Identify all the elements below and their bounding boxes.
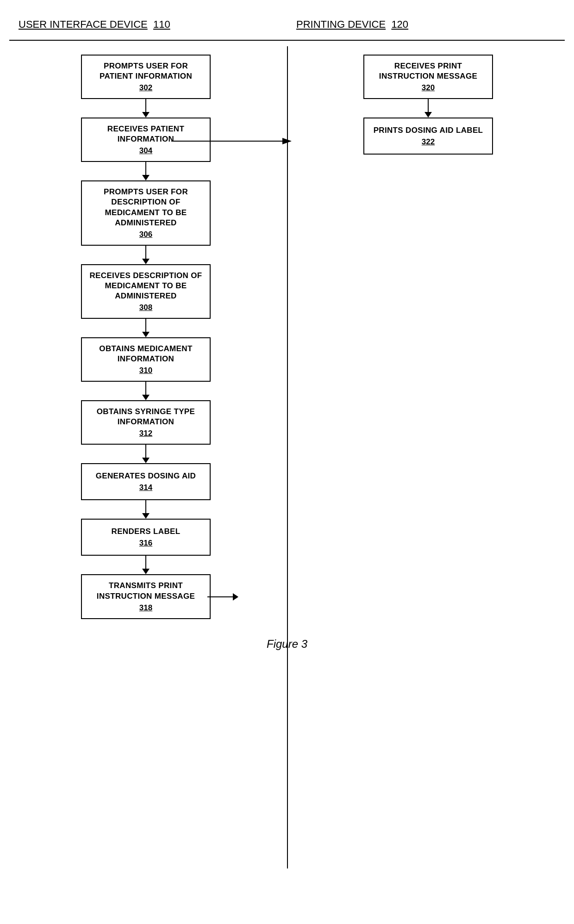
box-304: RECEIVES PATIENT INFORMATION 304 — [81, 118, 211, 162]
arrow-1-line — [145, 99, 146, 112]
box-320-ref: 320 — [422, 83, 435, 93]
box-310: OBTAINS MEDICAMENT INFORMATION 310 — [81, 337, 211, 382]
horizontal-divider — [9, 40, 565, 41]
arrow-right-1-head — [424, 112, 432, 118]
box-312-text: OBTAINS SYRINGE TYPE INFORMATION — [89, 407, 202, 427]
arrow-7 — [142, 500, 150, 519]
box-310-ref: 310 — [139, 366, 152, 375]
arrow-1-head — [142, 112, 150, 118]
box-322-ref: 322 — [422, 137, 435, 147]
arrow-right-1-line — [428, 99, 429, 112]
box-314-ref: 314 — [139, 483, 152, 492]
right-device-ref: 120 — [391, 19, 408, 30]
arrow-6 — [142, 445, 150, 463]
box-314: GENERATES DOSING AID 314 — [81, 463, 211, 500]
box-320-text: RECEIVES PRINT INSTRUCTION MESSAGE — [372, 61, 485, 81]
arrow-3-line — [145, 246, 146, 259]
box-306: PROMPTS USER FOR DESCRIPTION OF MEDICAME… — [81, 180, 211, 245]
diagram-container: USER INTERFACE DEVICE 110 PRINTING DEVIC… — [0, 0, 574, 924]
box-312: OBTAINS SYRINGE TYPE INFORMATION 312 — [81, 400, 211, 445]
box-312-ref: 312 — [139, 429, 152, 438]
arrow-4 — [142, 319, 150, 337]
box-308: RECEIVES DESCRIPTION OF MEDICAMENT TO BE… — [81, 264, 211, 319]
box-316: RENDERS LABEL 316 — [81, 519, 211, 556]
left-device-label: USER INTERFACE DEVICE — [19, 19, 148, 30]
h-arrow-head — [233, 593, 238, 601]
box-302-ref: 302 — [139, 83, 152, 93]
box-318: TRANSMITS PRINT INSTRUCTION MESSAGE 318 — [81, 574, 211, 619]
arrow-3-head — [142, 259, 150, 264]
arrow-5 — [142, 382, 150, 400]
box-322: PRINTS DOSING AID LABEL 322 — [363, 118, 493, 155]
arrow-1 — [142, 99, 150, 118]
box-302: PROMPTS USER FOR PATIENT INFORMATION 302 — [81, 55, 211, 99]
arrow-2-line — [145, 162, 146, 175]
box-304-text: RECEIVES PATIENT INFORMATION — [89, 124, 202, 144]
columns-header: USER INTERFACE DEVICE 110 PRINTING DEVIC… — [9, 14, 565, 35]
box-304-ref: 304 — [139, 146, 152, 155]
arrow-4-head — [142, 332, 150, 337]
content-area: PROMPTS USER FOR PATIENT INFORMATION 302… — [9, 55, 565, 619]
h-arrow-318-320 — [207, 593, 238, 601]
box-316-text: RENDERS LABEL — [112, 527, 181, 537]
arrow-7-head — [142, 513, 150, 519]
arrow-2-head — [142, 175, 150, 180]
box-316-ref: 316 — [139, 539, 152, 548]
arrow-5-line — [145, 382, 146, 395]
right-column: RECEIVES PRINT INSTRUCTION MESSAGE 320 P… — [287, 55, 565, 619]
left-device-ref: 110 — [153, 19, 170, 30]
right-device-label: PRINTING DEVICE — [296, 19, 386, 30]
box-314-text: GENERATES DOSING AID — [96, 471, 196, 481]
box-308-text: RECEIVES DESCRIPTION OF MEDICAMENT TO BE… — [89, 271, 202, 301]
arrow-6-line — [145, 445, 146, 458]
arrow-8-line — [145, 556, 146, 569]
arrow-3 — [142, 246, 150, 264]
left-column-header: USER INTERFACE DEVICE 110 — [9, 14, 287, 35]
box-306-text: PROMPTS USER FOR DESCRIPTION OF MEDICAME… — [89, 187, 202, 228]
box-302-text: PROMPTS USER FOR PATIENT INFORMATION — [89, 61, 202, 81]
box-318-text: TRANSMITS PRINT INSTRUCTION MESSAGE — [89, 581, 202, 601]
h-arrow-line — [207, 596, 233, 597]
box-306-ref: 306 — [139, 230, 152, 239]
arrow-5-head — [142, 395, 150, 400]
arrow-2 — [142, 162, 150, 180]
arrow-right-1 — [424, 99, 432, 118]
arrow-7-line — [145, 500, 146, 513]
box-308-ref: 308 — [139, 303, 152, 312]
left-column: PROMPTS USER FOR PATIENT INFORMATION 302… — [9, 55, 287, 619]
box-320: RECEIVES PRINT INSTRUCTION MESSAGE 320 — [363, 55, 493, 99]
arrow-4-line — [145, 319, 146, 332]
arrow-8 — [142, 556, 150, 574]
arrow-6-head — [142, 458, 150, 463]
box-322-text: PRINTS DOSING AID LABEL — [374, 125, 483, 136]
box-318-ref: 318 — [139, 603, 152, 613]
arrow-8-head — [142, 569, 150, 574]
box-310-text: OBTAINS MEDICAMENT INFORMATION — [89, 344, 202, 364]
right-column-header: PRINTING DEVICE 120 — [287, 14, 565, 35]
